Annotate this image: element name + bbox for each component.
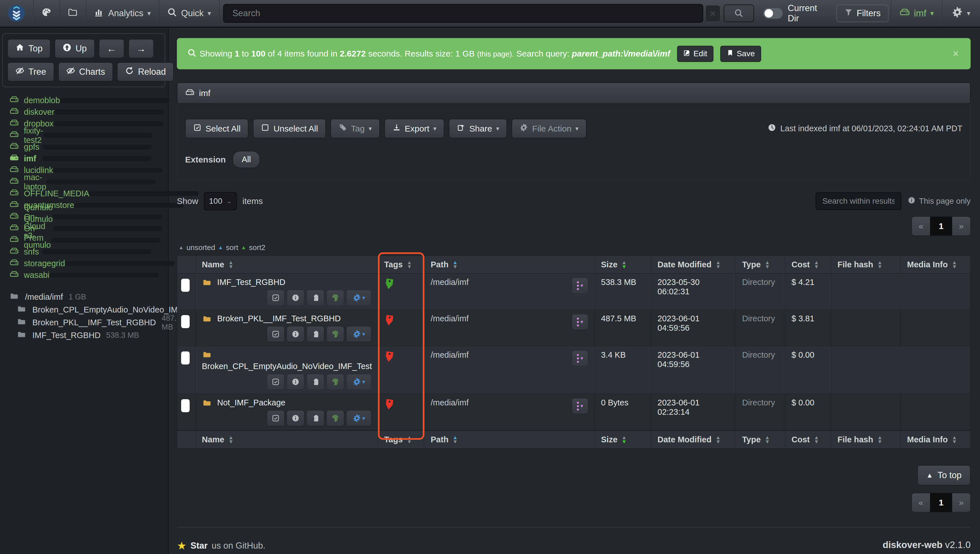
toggle-switch[interactable]: [763, 8, 783, 19]
current-dir-toggle[interactable]: Current Dir: [756, 0, 833, 27]
info-button[interactable]: [287, 326, 304, 342]
column-header[interactable]: Date Modified ▲▼: [651, 256, 736, 273]
items-per-page-select[interactable]: 100 ⌄: [204, 192, 237, 210]
select-all-button[interactable]: Select All: [185, 119, 248, 138]
select-row-button[interactable]: [267, 326, 285, 342]
column-header[interactable]: Name ▲▼: [196, 256, 378, 273]
file-tree-menu[interactable]: [60, 0, 86, 27]
column-header[interactable]: Tags ▲▼: [378, 431, 425, 448]
quick-menu[interactable]: Quick ▾: [159, 0, 219, 27]
sidebar-index-item[interactable]: storagegrid: [0, 258, 168, 269]
clear-search-button[interactable]: ×: [706, 6, 719, 21]
close-icon[interactable]: ×: [951, 48, 961, 60]
filters-button[interactable]: Filters: [836, 5, 889, 22]
column-header[interactable]: Path ▲▼: [425, 256, 595, 273]
search-within-results-input[interactable]: [816, 192, 901, 210]
row-actions-dropdown-button[interactable]: ▾: [346, 326, 371, 342]
sort-arrows-icon[interactable]: ▲▼: [407, 435, 412, 444]
sidebar-index-item[interactable]: snfs: [0, 246, 168, 258]
info-button[interactable]: [287, 410, 304, 426]
to-top-button[interactable]: ▲ To top: [917, 465, 970, 485]
row-actions-dropdown-button[interactable]: ▾: [346, 290, 371, 306]
file-path[interactable]: /media/imf: [431, 314, 469, 323]
tag-dropdown-button[interactable]: Tag ▾: [331, 119, 380, 138]
tree-child-item[interactable]: IMF_Test_RGBHD 538.3 MB: [0, 329, 168, 342]
sidebar-index-item[interactable]: OFFLINE_MEDIA: [0, 188, 168, 200]
github-star-line[interactable]: ★ Star us on GitHub.: [177, 540, 266, 552]
select-row-button[interactable]: [267, 410, 285, 426]
up-button[interactable]: Up: [54, 39, 95, 58]
sort-arrows-icon[interactable]: ▲▼: [716, 435, 721, 444]
select-row-button[interactable]: [267, 374, 285, 390]
sidebar-index-item[interactable]: mac-laptop: [0, 176, 168, 188]
next-page-button[interactable]: »: [952, 217, 970, 236]
tag-icon[interactable]: [384, 315, 395, 329]
sort-arrows-icon[interactable]: ▲▼: [877, 435, 883, 444]
info-button[interactable]: [287, 374, 304, 390]
reload-button[interactable]: Reload: [117, 62, 174, 81]
column-header[interactable]: File hash ▲▼: [831, 256, 901, 273]
column-header[interactable]: Name ▲▼: [196, 431, 378, 448]
tag-icon[interactable]: [384, 399, 395, 412]
sort-arrows-icon[interactable]: ▲▼: [452, 260, 458, 269]
tree-toggle-button[interactable]: Tree: [7, 62, 54, 81]
fingerprint-button[interactable]: [326, 290, 344, 306]
tag-icon[interactable]: [384, 351, 395, 365]
row-actions-dropdown-button[interactable]: ▾: [346, 410, 371, 426]
column-header[interactable]: Type ▲▼: [736, 431, 785, 448]
extension-all-button[interactable]: All: [232, 151, 260, 168]
column-header[interactable]: Tags ▲▼: [378, 256, 425, 273]
select-row-button[interactable]: [267, 290, 285, 306]
sidebar-index-item[interactable]: gpfs: [0, 141, 168, 153]
copy-path-button[interactable]: [307, 374, 324, 390]
column-header[interactable]: Size ▲▼: [595, 256, 651, 273]
sort-arrows-icon[interactable]: ▲▼: [951, 435, 957, 444]
row-checkbox[interactable]: [181, 351, 189, 364]
column-header[interactable]: Size ▲▼: [595, 431, 651, 448]
column-header[interactable]: Cost ▲▼: [785, 256, 831, 273]
sort-arrows-icon[interactable]: ▲▼: [622, 260, 627, 269]
sidebar-index-item[interactable]: diskover: [0, 106, 168, 118]
sidebar-index-item[interactable]: demoblob: [0, 94, 168, 106]
sort-arrows-icon[interactable]: ▲▼: [765, 260, 770, 269]
directory-menu-button[interactable]: ▾: [572, 278, 588, 294]
sort-arrows-icon[interactable]: ▲▼: [452, 435, 458, 444]
sort-arrows-icon[interactable]: ▲▼: [877, 260, 883, 269]
forward-button[interactable]: →: [128, 39, 154, 58]
sort-arrows-icon[interactable]: ▲▼: [814, 435, 819, 444]
sidebar-index-item[interactable]: s3-qumulo: [0, 235, 168, 246]
fingerprint-button[interactable]: [326, 326, 344, 342]
directory-menu-button[interactable]: ▾: [572, 398, 588, 414]
search-submit-button[interactable]: [724, 5, 754, 22]
file-name[interactable]: Broken_PKL__IMF_Test_RGBHD: [217, 314, 340, 323]
next-page-button[interactable]: »: [952, 493, 970, 512]
sort2-link[interactable]: sort2: [249, 243, 266, 252]
fingerprint-button[interactable]: [326, 410, 344, 426]
column-header[interactable]: Type ▲▼: [736, 256, 785, 273]
sidebar-index-item[interactable]: fixity-test2: [0, 129, 168, 141]
export-dropdown-button[interactable]: Export ▾: [384, 119, 445, 138]
search-input[interactable]: [223, 4, 703, 23]
current-page-button[interactable]: 1: [930, 493, 952, 512]
prev-page-button[interactable]: «: [912, 217, 930, 236]
current-page-button[interactable]: 1: [930, 217, 952, 236]
unselect-all-button[interactable]: Unselect All: [253, 119, 326, 138]
sort-arrows-icon[interactable]: ▲▼: [228, 435, 234, 444]
sort-arrows-icon[interactable]: ▲▼: [814, 260, 819, 269]
file-path[interactable]: /media/imf: [431, 278, 469, 287]
directory-menu-button[interactable]: ▾: [572, 350, 588, 366]
row-checkbox[interactable]: [181, 399, 189, 412]
row-checkbox[interactable]: [181, 279, 189, 292]
directory-menu-button[interactable]: ▾: [572, 314, 588, 330]
column-header[interactable]: Media Info ▲▼: [901, 431, 970, 448]
sidebar-index-item[interactable]: wasabi: [0, 269, 168, 281]
prev-page-button[interactable]: «: [912, 493, 930, 512]
row-checkbox[interactable]: [181, 315, 189, 328]
info-button[interactable]: [287, 290, 304, 306]
sidebar-index-item[interactable]: imf: [0, 153, 168, 164]
sort-arrows-icon[interactable]: ▲▼: [765, 435, 770, 444]
app-logo[interactable]: [0, 0, 33, 27]
sort-link[interactable]: sort: [226, 243, 238, 252]
fingerprint-button[interactable]: [326, 374, 344, 390]
file-name[interactable]: Not_IMF_Package: [217, 398, 285, 407]
